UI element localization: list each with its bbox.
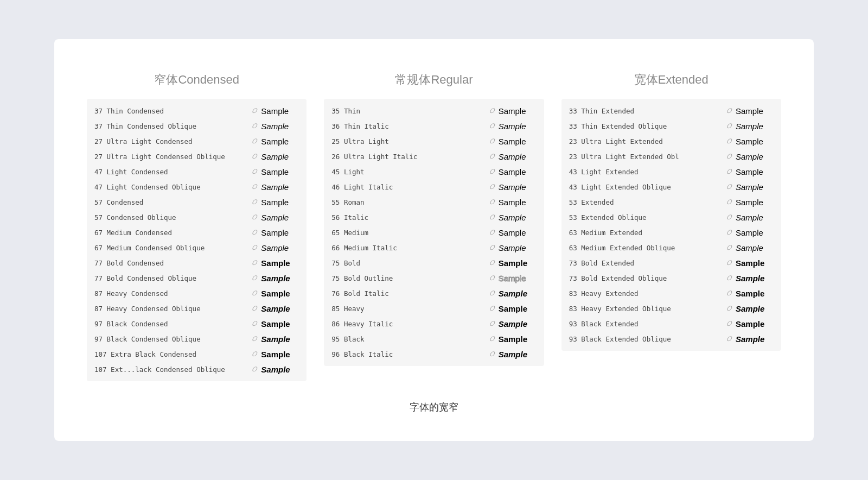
font-sample: Sample (261, 228, 299, 237)
font-row[interactable]: 63 Medium Extended𝘖Sample (561, 225, 781, 240)
font-row[interactable]: 97 Black Condensed Oblique𝘖Sample (87, 331, 307, 346)
font-row[interactable]: 67 Medium Condensed𝘖Sample (87, 225, 307, 240)
font-table-1: 35 Thin𝘖Sample36 Thin Italic𝘖Sample25 Ul… (324, 99, 544, 366)
font-row[interactable]: 63 Medium Extended Oblique𝘖Sample (561, 240, 781, 255)
font-row[interactable]: 97 Black Condensed𝘖Sample (87, 316, 307, 331)
font-row[interactable]: 23 Ultra Light Extended𝘖Sample (561, 134, 781, 149)
font-row[interactable]: 96 Black Italic𝘖Sample (324, 346, 544, 362)
font-icon: 𝘖 (252, 350, 257, 358)
font-row[interactable]: 33 Thin Extended𝘖Sample (561, 103, 781, 118)
font-row[interactable]: 37 Thin Condensed Oblique𝘖Sample (87, 118, 307, 134)
font-row[interactable]: 75 Bold𝘖Sample (324, 255, 544, 270)
font-row[interactable]: 67 Medium Condensed Oblique𝘖Sample (87, 240, 307, 255)
font-sample: Sample (499, 289, 537, 298)
font-row[interactable]: 46 Light Italic𝘖Sample (324, 179, 544, 194)
font-row[interactable]: 76 Bold Italic𝘖Sample (324, 286, 544, 301)
font-icon: 𝘖 (252, 258, 257, 267)
font-row[interactable]: 43 Light Extended Oblique𝘖Sample (561, 179, 781, 194)
font-row[interactable]: 45 Light𝘖Sample (324, 164, 544, 179)
font-icon: 𝘖 (489, 106, 494, 115)
font-sample: Sample (499, 274, 537, 283)
font-row[interactable]: 37 Thin Condensed𝘖Sample (87, 103, 307, 118)
font-row[interactable]: 57 Condensed Oblique𝘖Sample (87, 210, 307, 225)
font-row[interactable]: 33 Thin Extended Oblique𝘖Sample (561, 118, 781, 134)
font-row[interactable]: 47 Light Condensed Oblique𝘖Sample (87, 179, 307, 194)
font-row[interactable]: 53 Extended𝘖Sample (561, 194, 781, 210)
font-icon: 𝘖 (252, 274, 257, 282)
font-row[interactable]: 87 Heavy Condensed𝘖Sample (87, 286, 307, 301)
font-name-label: 86 Heavy Italic (331, 320, 484, 328)
font-row[interactable]: 66 Medium Italic𝘖Sample (324, 240, 544, 255)
font-sample: Sample (261, 106, 299, 116)
font-row[interactable]: 77 Bold Condensed Oblique𝘖Sample (87, 270, 307, 286)
font-row[interactable]: 95 Black𝘖Sample (324, 331, 544, 346)
font-icon: 𝘖 (489, 198, 494, 206)
font-sample: Sample (736, 334, 774, 344)
font-icon: 𝘖 (252, 198, 257, 206)
font-sample: Sample (499, 167, 537, 176)
font-row[interactable]: 23 Ultra Light Extended Obl𝘖Sample (561, 149, 781, 164)
font-name-label: 63 Medium Extended Oblique (569, 244, 722, 252)
font-row[interactable]: 55 Roman𝘖Sample (324, 194, 544, 210)
font-sample: Sample (736, 319, 774, 329)
font-sample: Sample (736, 167, 774, 176)
font-sample: Sample (736, 213, 774, 222)
font-name-label: 43 Light Extended (569, 168, 722, 176)
font-icon: 𝘖 (252, 365, 257, 374)
font-sample: Sample (736, 122, 774, 131)
font-name-label: 33 Thin Extended (569, 107, 722, 115)
font-sample: Sample (261, 182, 299, 192)
font-sample: Sample (261, 274, 299, 283)
font-name-label: 66 Medium Italic (331, 244, 484, 252)
font-row[interactable]: 93 Black Extended Oblique𝘖Sample (561, 331, 781, 346)
font-row[interactable]: 56 Italic𝘖Sample (324, 210, 544, 225)
font-row[interactable]: 86 Heavy Italic𝘖Sample (324, 316, 544, 331)
font-row[interactable]: 75 Bold Outline𝘖Sample (324, 270, 544, 286)
font-sample: Sample (261, 122, 299, 131)
font-icon: 𝘖 (489, 137, 494, 146)
font-row[interactable]: 57 Condensed𝘖Sample (87, 194, 307, 210)
font-icon: 𝘖 (726, 334, 731, 343)
font-name-label: 55 Roman (331, 198, 484, 206)
font-name-label: 96 Black Italic (331, 350, 484, 358)
font-name-label: 33 Thin Extended Oblique (569, 122, 722, 130)
font-row[interactable]: 93 Black Extended𝘖Sample (561, 316, 781, 331)
font-sample: Sample (261, 152, 299, 161)
font-name-label: 75 Bold Outline (331, 274, 484, 282)
font-row[interactable]: 47 Light Condensed𝘖Sample (87, 164, 307, 179)
font-row[interactable]: 85 Heavy𝘖Sample (324, 301, 544, 316)
font-row[interactable]: 25 Ultra Light𝘖Sample (324, 134, 544, 149)
font-row[interactable]: 43 Light Extended𝘖Sample (561, 164, 781, 179)
font-row[interactable]: 65 Medium𝘖Sample (324, 225, 544, 240)
font-icon: 𝘖 (726, 258, 731, 267)
font-row[interactable]: 27 Ultra Light Condensed Oblique𝘖Sample (87, 149, 307, 164)
font-table-0: 37 Thin Condensed𝘖Sample37 Thin Condense… (87, 99, 307, 381)
font-name-label: 97 Black Condensed (94, 320, 247, 328)
font-sample: Sample (499, 319, 537, 329)
font-name-label: 36 Thin Italic (331, 122, 484, 130)
font-row[interactable]: 35 Thin𝘖Sample (324, 103, 544, 118)
font-row[interactable]: 73 Bold Extended𝘖Sample (561, 255, 781, 270)
font-icon: 𝘖 (252, 152, 257, 161)
font-name-label: 95 Black (331, 335, 484, 343)
font-table-2: 33 Thin Extended𝘖Sample33 Thin Extended … (561, 99, 781, 351)
font-name-label: 45 Light (331, 168, 484, 176)
font-row[interactable]: 107 Ext...lack Condensed Oblique𝘖Sample (87, 362, 307, 377)
font-icon: 𝘖 (726, 243, 731, 252)
font-row[interactable]: 73 Bold Extended Oblique𝘖Sample (561, 270, 781, 286)
font-row[interactable]: 26 Ultra Light Italic𝘖Sample (324, 149, 544, 164)
font-icon: 𝘖 (252, 334, 257, 343)
font-name-label: 35 Thin (331, 107, 484, 115)
font-sample: Sample (261, 334, 299, 344)
font-sample: Sample (499, 213, 537, 222)
font-row[interactable]: 83 Heavy Extended Oblique𝘖Sample (561, 301, 781, 316)
font-icon: 𝘖 (489, 228, 494, 237)
font-row[interactable]: 77 Bold Condensed𝘖Sample (87, 255, 307, 270)
font-row[interactable]: 36 Thin Italic𝘖Sample (324, 118, 544, 134)
font-row[interactable]: 53 Extended Oblique𝘖Sample (561, 210, 781, 225)
font-row[interactable]: 83 Heavy Extended𝘖Sample (561, 286, 781, 301)
font-row[interactable]: 87 Heavy Condensed Oblique𝘖Sample (87, 301, 307, 316)
font-row[interactable]: 27 Ultra Light Condensed𝘖Sample (87, 134, 307, 149)
font-row[interactable]: 107 Extra Black Condensed𝘖Sample (87, 346, 307, 362)
font-name-label: 23 Ultra Light Extended Obl (569, 153, 722, 161)
